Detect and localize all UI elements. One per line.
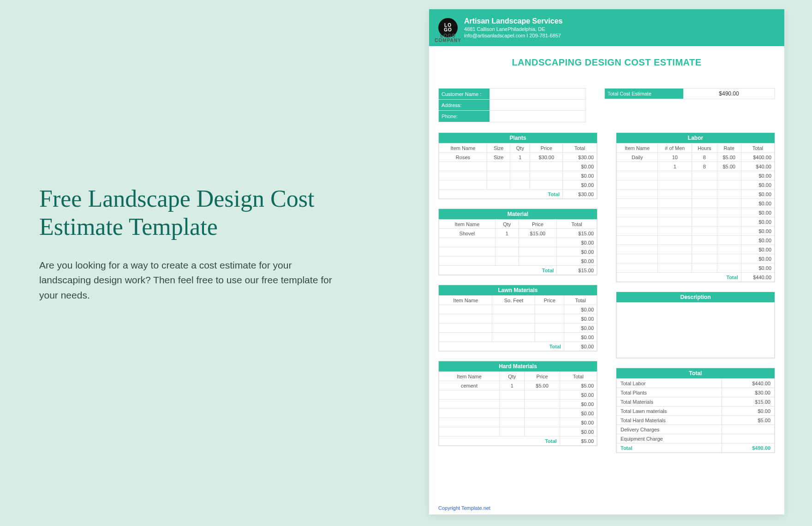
table-cell: $0.00	[741, 217, 774, 227]
table-cell	[717, 208, 741, 217]
summary-label: Total Labor	[617, 379, 722, 388]
column-header: Total	[741, 143, 774, 153]
summary-amount: $0.00	[722, 406, 774, 416]
table-cell: $5.00	[717, 153, 741, 162]
table-cell: Shovel	[439, 229, 496, 238]
total-cost-box: Total Cost Estimate $490.00	[604, 88, 775, 99]
table-cell	[617, 236, 658, 245]
table-cell	[658, 236, 692, 245]
total-value: $440.00	[741, 273, 774, 282]
total-value: $30.00	[563, 190, 597, 199]
table-cell: $5.00	[717, 162, 741, 171]
table-cell	[530, 162, 563, 171]
table-cell: $0.00	[563, 171, 597, 180]
material-table: Material Item NameQtyPriceTotalShovel1$1…	[438, 209, 597, 275]
table-cell	[617, 180, 658, 190]
table-cell	[535, 305, 564, 314]
customer-phone-label: Phone:	[439, 111, 490, 122]
total-label: Total	[439, 190, 563, 199]
table-row: $0.00	[439, 247, 597, 257]
description-body	[617, 303, 775, 358]
table-cell	[495, 257, 519, 266]
table-cell: $0.00	[564, 305, 597, 314]
hard-title: Hard Materials	[439, 361, 597, 371]
summary-row: Equipment Charge	[617, 434, 775, 443]
table-cell	[439, 427, 500, 436]
table-cell: cement	[439, 381, 500, 390]
total-value: $0.00	[564, 342, 597, 351]
table-cell	[658, 227, 692, 236]
summary-label: Total Hard Materials	[617, 416, 722, 425]
table-cell	[692, 227, 717, 236]
table-cell: $0.00	[741, 190, 774, 199]
lawn-table: Lawn Materials Item NameSo. FeetPriceTot…	[438, 285, 597, 352]
table-cell	[717, 217, 741, 227]
table-cell	[617, 227, 658, 236]
table-cell: 8	[692, 153, 717, 162]
table-cell: 10	[658, 153, 692, 162]
table-row: $0.00	[439, 390, 597, 400]
customer-name-label: Customer Name :	[439, 89, 490, 99]
table-row: $0.00	[617, 180, 775, 190]
summary-row: Total Hard Materials$5.00	[617, 416, 775, 425]
table-cell	[487, 162, 510, 171]
table-cell	[658, 199, 692, 208]
table-cell: $0.00	[564, 323, 597, 333]
table-cell	[495, 238, 519, 247]
table-cell: $15.00	[519, 229, 557, 238]
document-title: LANDSCAPING DESIGN COST ESTIMATE	[438, 57, 775, 68]
summary-row: Total Labor$440.00	[617, 379, 775, 388]
summary-amount	[722, 434, 774, 443]
total-label: Total	[439, 266, 557, 275]
table-cell	[717, 171, 741, 180]
lawn-title: Lawn Materials	[439, 285, 597, 295]
table-row: $0.00	[439, 427, 597, 436]
table-cell: $0.00	[741, 263, 774, 273]
table-cell	[692, 171, 717, 180]
table-cell	[530, 171, 563, 180]
table-cell	[692, 180, 717, 190]
table-cell: $5.00	[560, 381, 597, 390]
table-cell: 8	[692, 162, 717, 171]
summary-amount: $15.00	[722, 397, 774, 406]
table-cell	[519, 238, 557, 247]
table-cell	[525, 418, 560, 427]
company-name: Artisan Landscape Services	[464, 17, 562, 25]
table-row: $0.00	[439, 409, 597, 418]
table-cell	[530, 180, 563, 190]
table-cell	[692, 190, 717, 199]
column-header: Item Name	[439, 143, 487, 153]
table-cell	[510, 171, 530, 180]
column-header: Total	[557, 220, 597, 229]
table-row: Daily108$5.00$400.00	[617, 153, 775, 162]
summary-row: Delivery Charges	[617, 425, 775, 434]
summary-label: Total Materials	[617, 397, 722, 406]
total-label: Total	[617, 273, 741, 282]
summary-table: Total Total Labor$440.00Total Plants$30.…	[616, 368, 775, 453]
table-cell	[525, 400, 560, 409]
company-contact: info@artisanladscapel.com I 209-781-6857	[464, 33, 562, 38]
table-cell	[492, 314, 535, 323]
table-cell: $0.00	[563, 162, 597, 171]
hero-section: Free Landscape Design Cost Estimate Temp…	[39, 185, 334, 303]
table-cell	[439, 247, 496, 257]
description-box: Description	[616, 292, 775, 359]
table-cell	[658, 245, 692, 254]
summary-label: Total Lawn materials	[617, 406, 722, 416]
table-cell: $0.00	[741, 245, 774, 254]
table-cell	[692, 263, 717, 273]
plants-table: Plants Item NameSizeQtyPriceTotalRosesSi…	[438, 132, 597, 199]
table-cell: $30.00	[530, 153, 563, 162]
table-cell: $0.00	[741, 236, 774, 245]
table-cell	[617, 208, 658, 217]
table-row: cement1$5.00$5.00	[439, 381, 597, 390]
total-value: $15.00	[557, 266, 597, 275]
table-cell	[617, 217, 658, 227]
hard-table: Hard Materials Item NameQtyPriceTotalcem…	[438, 361, 597, 446]
table-cell	[439, 314, 492, 323]
column-header: Total	[563, 143, 597, 153]
summary-label: Total Plants	[617, 388, 722, 397]
column-header: So. Feet	[492, 296, 535, 305]
table-cell	[717, 190, 741, 199]
table-row: 18$5.00$40.00	[617, 162, 775, 171]
